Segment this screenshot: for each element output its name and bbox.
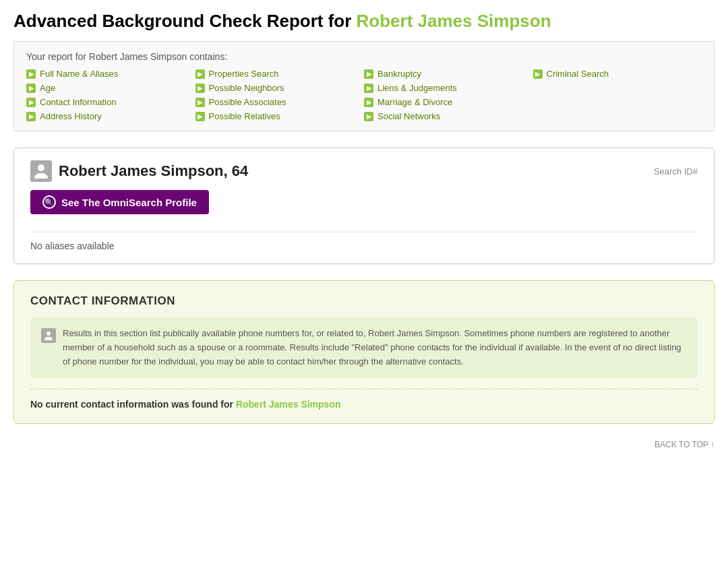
link-age[interactable]: ▶ Age xyxy=(26,83,195,93)
link-liens-judgements[interactable]: ▶ Liens & Judgements xyxy=(364,83,533,93)
subject-name-title: Robert James Simpson xyxy=(357,11,551,31)
no-contact-found: No current contact information was found… xyxy=(30,389,698,410)
link-marriage-divorce[interactable]: ▶ Marriage & Divorce xyxy=(364,97,533,107)
arrow-icon: ▶ xyxy=(195,98,205,107)
link-contact-information[interactable]: ▶ Contact Information xyxy=(26,97,195,107)
report-contains-box: Your report for Robert James Simpson con… xyxy=(13,41,715,131)
link-possible-neighbors[interactable]: ▶ Possible Neighbors xyxy=(195,83,365,93)
link-address-history[interactable]: ▶ Address History xyxy=(26,111,195,121)
arrow-icon: ▶ xyxy=(364,84,373,93)
link-bankruptcy[interactable]: ▶ Bankruptcy xyxy=(364,69,533,79)
link-full-name-aliases[interactable]: ▶ Full Name & Aliases xyxy=(26,69,195,79)
contact-info-box: Results in this section list publically … xyxy=(30,317,698,378)
profile-divider xyxy=(30,232,698,232)
link-possible-relatives[interactable]: ▶ Possible Relatives xyxy=(195,111,365,121)
link-criminal-search[interactable]: ▶ Criminal Search xyxy=(533,69,702,79)
arrow-icon: ▶ xyxy=(26,84,36,93)
svg-point-0 xyxy=(38,164,44,171)
search-id-label: Search ID# xyxy=(654,166,698,177)
arrow-icon: ▶ xyxy=(195,112,205,121)
link-properties-search[interactable]: ▶ Properties Search xyxy=(195,69,365,79)
contact-section: CONTACT INFORMATION Results in this sect… xyxy=(13,280,715,424)
contact-section-title: CONTACT INFORMATION xyxy=(30,294,698,308)
person-icon xyxy=(30,160,52,182)
back-to-top[interactable]: BACK TO TOP ↑ xyxy=(13,440,715,449)
profile-card: Robert James Simpson, 64 Search ID# 🔍 Se… xyxy=(13,148,715,264)
person-sm-icon xyxy=(41,328,56,343)
arrow-icon: ▶ xyxy=(364,98,373,107)
arrow-icon: ▶ xyxy=(195,84,205,93)
no-contact-name: Robert James Simpson xyxy=(236,399,341,410)
report-intro-text: Your report for Robert James Simpson con… xyxy=(26,51,702,62)
arrow-icon: ▶ xyxy=(26,69,36,79)
arrow-icon: ▶ xyxy=(533,69,543,79)
search-icon: 🔍 xyxy=(42,195,56,209)
arrow-icon: ▶ xyxy=(195,69,205,79)
omnisearch-button[interactable]: 🔍 See The OmniSearch Profile xyxy=(30,190,209,214)
profile-card-header: Robert James Simpson, 64 Search ID# xyxy=(30,160,698,182)
profile-name: Robert James Simpson, 64 xyxy=(59,162,248,180)
page-title: Advanced Background Check Report for Rob… xyxy=(13,11,715,32)
link-possible-associates[interactable]: ▶ Possible Associates xyxy=(195,97,365,107)
link-social-networks[interactable]: ▶ Social Networks xyxy=(364,111,533,121)
no-aliases-text: No aliases available xyxy=(30,241,698,251)
arrow-icon: ▶ xyxy=(364,112,373,121)
contact-info-text: Results in this section list publically … xyxy=(63,327,687,369)
report-items-grid: ▶ Full Name & Aliases ▶ Properties Searc… xyxy=(26,69,702,121)
arrow-icon: ▶ xyxy=(364,69,373,79)
svg-point-1 xyxy=(47,331,51,336)
arrow-icon: ▶ xyxy=(26,112,36,121)
arrow-icon: ▶ xyxy=(26,98,36,107)
profile-name-row: Robert James Simpson, 64 xyxy=(30,160,248,182)
